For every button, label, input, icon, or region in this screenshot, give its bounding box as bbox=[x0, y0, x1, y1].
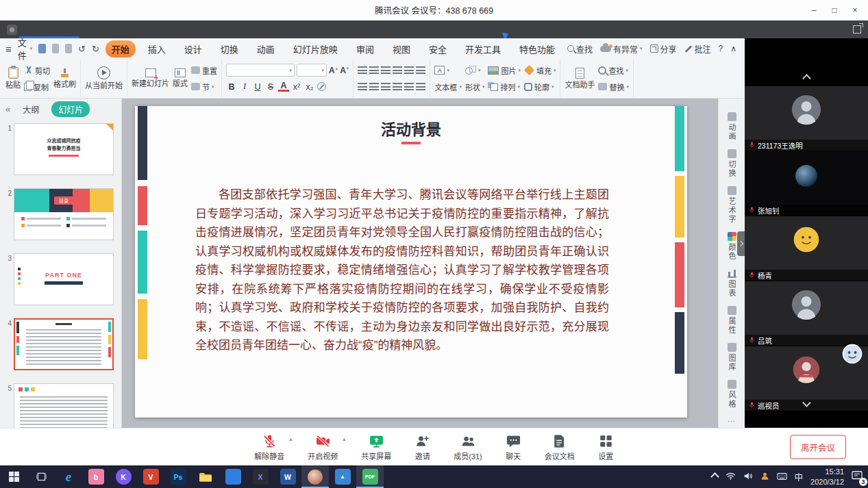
tab-view[interactable]: 视图 bbox=[386, 40, 417, 57]
help-button[interactable]: ? bbox=[719, 44, 723, 53]
minimize-button[interactable]: – bbox=[804, 0, 824, 21]
superscript-button[interactable]: x² bbox=[291, 82, 302, 92]
slide-thumbnail-4-selected[interactable] bbox=[14, 318, 114, 370]
bold-button[interactable]: B bbox=[226, 82, 237, 92]
tab-animation[interactable]: 动画 bbox=[251, 40, 281, 57]
font-size-select[interactable]: ▾ bbox=[297, 64, 327, 77]
participant-tile[interactable]: 吕筑 bbox=[745, 281, 868, 346]
align-right-icon[interactable] bbox=[381, 83, 390, 90]
sidebar-collapse-button[interactable]: « bbox=[5, 104, 10, 114]
tool-wordart[interactable]: 艺术字 bbox=[726, 186, 737, 224]
underline-button[interactable]: U bbox=[252, 82, 263, 92]
distribute-icon[interactable] bbox=[404, 83, 414, 90]
start-video-button[interactable]: 开启视频 ▴ bbox=[308, 433, 338, 461]
start-button[interactable] bbox=[0, 465, 27, 488]
tab-design[interactable]: 设计 bbox=[178, 40, 208, 57]
paste-button[interactable]: 粘贴 bbox=[5, 67, 21, 89]
participant-panel-toggle[interactable] bbox=[737, 231, 745, 256]
tool-properties[interactable]: 属性 bbox=[726, 306, 737, 335]
strikethrough-button[interactable]: S bbox=[265, 82, 276, 92]
participant-tile[interactable]: 杨青 bbox=[745, 216, 868, 281]
columns-icon[interactable] bbox=[416, 66, 425, 74]
slide-canvas[interactable]: 活动背景 各团支部依托学习强国、青年大学习、腾讯会议等网络平台举行线上主题团日专… bbox=[122, 99, 718, 428]
align-left-icon[interactable] bbox=[358, 83, 367, 90]
slide-body-text[interactable]: 各团支部依托学习强国、青年大学习、腾讯会议等网络平台举行线上主题团日专题学习活动… bbox=[195, 185, 609, 355]
taskbar-app-2[interactable]: K bbox=[110, 465, 137, 488]
textbox-icon-button[interactable]: A▾ bbox=[434, 64, 462, 77]
cloud-sync-status[interactable]: 有异常▾ bbox=[600, 43, 643, 55]
taskbar-app-1[interactable]: b bbox=[82, 465, 110, 488]
undo-icon[interactable]: ↺ bbox=[78, 44, 86, 53]
arrange-button[interactable]: 排列▾ bbox=[488, 80, 521, 93]
task-view-button[interactable] bbox=[27, 465, 55, 488]
tab-outline[interactable]: 大纲 bbox=[16, 101, 46, 117]
replace-button[interactable]: 替换▾ bbox=[598, 80, 629, 93]
layout-button[interactable]: 版式 bbox=[173, 68, 188, 88]
tab-slides[interactable]: 幻灯片 bbox=[51, 101, 90, 117]
share-menu-button[interactable]: 分享 bbox=[650, 43, 677, 55]
current-slide[interactable]: 活动背景 各团支部依托学习强国、青年大学习、腾讯会议等网络平台举行线上主题团日专… bbox=[135, 106, 687, 418]
maximize-button[interactable]: □ bbox=[824, 0, 845, 21]
file-menu[interactable]: 文件▾ bbox=[18, 36, 33, 62]
shape-button[interactable]: 形状▾ bbox=[465, 80, 485, 93]
taskbar-app-photoshop[interactable]: Ps bbox=[164, 465, 192, 488]
fill-button[interactable]: 填充▾ bbox=[524, 64, 556, 77]
taskbar-app-3[interactable]: V bbox=[137, 465, 164, 488]
participant-tile[interactable]: 231173王逸明 bbox=[745, 86, 868, 151]
copy-button[interactable]: 复制 bbox=[24, 80, 50, 93]
shape-icon-button[interactable]: ▾ bbox=[465, 64, 485, 77]
hidden-icons-chevron[interactable] bbox=[710, 472, 719, 481]
tool-color[interactable]: 颜色 bbox=[726, 232, 737, 261]
tool-animation[interactable]: 动画 bbox=[726, 112, 737, 141]
settings-button[interactable]: 设置 bbox=[598, 433, 614, 461]
reset-button[interactable]: 重置 bbox=[191, 64, 217, 77]
tab-developer[interactable]: 开发工具 bbox=[459, 40, 507, 57]
clear-format-icon[interactable] bbox=[317, 82, 326, 91]
taskbar-app-meeting[interactable] bbox=[301, 465, 329, 488]
save-icon[interactable] bbox=[38, 44, 45, 53]
indent-decrease-icon[interactable] bbox=[381, 66, 390, 74]
new-slide-button[interactable]: 新建幻灯片 bbox=[132, 68, 169, 88]
outline-button[interactable]: 轮廓▾ bbox=[524, 80, 556, 93]
cut-button[interactable]: 剪切 bbox=[24, 64, 50, 77]
chevron-up-icon[interactable]: ▴ bbox=[289, 436, 292, 442]
taskbar-clock[interactable]: 15:31 2020/3/12 bbox=[810, 467, 844, 487]
doc-assistant-button[interactable]: 文档助手 bbox=[565, 68, 595, 89]
tool-transition[interactable]: 切换 bbox=[726, 149, 737, 178]
slide-thumbnail-2[interactable]: 目录 bbox=[14, 188, 114, 240]
subscript-button[interactable]: x₂ bbox=[304, 82, 315, 92]
tab-home[interactable]: 开始 bbox=[106, 40, 136, 57]
user-tray-icon[interactable] bbox=[760, 472, 769, 483]
bullet-list-icon[interactable] bbox=[358, 66, 367, 74]
tab-security[interactable]: 安全 bbox=[423, 40, 453, 57]
tab-transition[interactable]: 切换 bbox=[214, 40, 245, 57]
taskbar-app-wps-pdf[interactable]: PDF bbox=[356, 465, 384, 488]
align-center-icon[interactable] bbox=[369, 83, 379, 90]
taskbar-file-explorer[interactable] bbox=[192, 465, 219, 488]
italic-button[interactable]: I bbox=[239, 81, 250, 92]
slide-thumbnail-5[interactable] bbox=[14, 383, 114, 428]
ribbon-collapse-button[interactable]: ∧ bbox=[730, 44, 736, 53]
indent-increase-icon[interactable] bbox=[393, 66, 402, 74]
action-center-button[interactable]: 3 bbox=[852, 471, 863, 483]
slide-thumbnail-3[interactable]: PART ONE bbox=[14, 253, 114, 305]
redo-icon[interactable]: ↻ bbox=[92, 44, 99, 53]
taskbar-app-5[interactable]: ▲ bbox=[329, 465, 356, 488]
tool-gallery[interactable]: 图库 bbox=[726, 343, 737, 372]
slide-thumbnail-1[interactable]: 众志成城同抗疫 青春聚力勇担当 bbox=[14, 123, 114, 175]
tab-slideshow[interactable]: 幻灯片放映 bbox=[287, 40, 344, 57]
scroll-up-button[interactable] bbox=[745, 75, 868, 81]
justify-icon[interactable] bbox=[393, 83, 402, 90]
keyboard-icon[interactable] bbox=[777, 472, 787, 482]
fullscreen-icon[interactable] bbox=[853, 25, 861, 34]
tab-insert[interactable]: 插入 bbox=[142, 40, 172, 57]
play-from-current-button[interactable]: 从当前开始 bbox=[85, 66, 123, 90]
invite-button[interactable]: 邀请 bbox=[414, 433, 430, 461]
text-direction-icon[interactable] bbox=[416, 83, 425, 90]
ime-indicator[interactable]: 中 bbox=[795, 470, 804, 483]
section-button[interactable]: 节▾ bbox=[191, 80, 217, 93]
font-color-button[interactable]: A bbox=[278, 81, 289, 92]
find-menu-button[interactable]: 查找 bbox=[567, 43, 593, 55]
more-tools-icon[interactable]: ⋯ bbox=[728, 417, 736, 426]
taskbar-app-4[interactable] bbox=[219, 465, 247, 488]
